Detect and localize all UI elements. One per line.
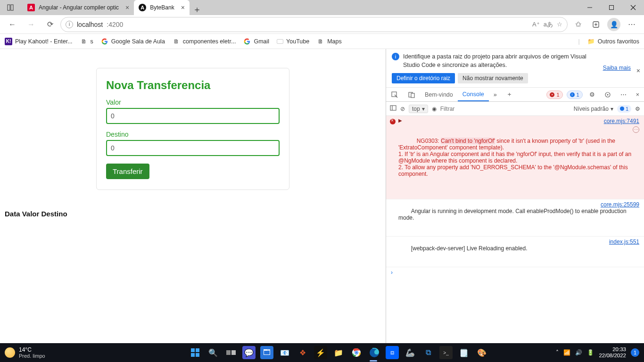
bookmark-componentes[interactable]: 🗎componentes eletr... [173,38,236,45]
error-source-link[interactable]: core.mjs:7491 [604,118,639,124]
caret-right-icon[interactable]: ▶ [398,118,402,123]
valor-input[interactable] [106,108,280,124]
site-info-icon[interactable]: i [66,21,73,28]
read-aloud-icon[interactable]: A⁺ [532,21,540,28]
taskbar: 14°C Pred. limpo 🔍 💬 🗔 📧 ❖ ⚡ 📁 ⧈ 🦾 ⧉ >_ … [0,343,644,362]
back-button[interactable]: ← [4,17,21,32]
tab-angular-docs[interactable]: A Angular - Angular compiler optic × [23,0,134,15]
inspect-element-button[interactable] [386,88,403,101]
bookmark-kahoot[interactable]: K!Play Kahoot! - Enter... [5,38,73,45]
console-filter-bar: ⊘ top ▾ ◉ Níveis padrão ▾ 1 ⚙ [386,102,644,116]
taskbar-app-icon[interactable]: 📧 [278,346,291,359]
destino-input[interactable] [106,140,280,156]
console-log-message[interactable]: [webpack-dev-server] Live Reloading enab… [386,237,644,267]
forward-button[interactable]: → [23,17,40,32]
bookmark-label: YouTube [286,38,309,45]
more-tabs-button[interactable]: » [489,88,502,101]
error-count-pill[interactable]: ×1 [546,90,562,99]
taskbar-app-icon[interactable]: 💬 [242,346,256,359]
dont-show-button[interactable]: Não mostrar novamente [458,73,528,83]
new-tab-button[interactable]: ＋ [502,88,517,101]
taskbar-vscode-icon[interactable]: ⧉ [421,346,435,359]
taskbar-app-icon[interactable]: ⧈ [386,346,399,359]
live-expression-button[interactable]: ◉ [432,106,437,112]
other-bookmarks-button[interactable]: 📁Outros favoritos [587,38,639,45]
bookmark-youtube[interactable]: YouTube [277,38,309,45]
taskbar-app-icon[interactable]: ⚡ [314,346,327,359]
google-icon [101,38,108,45]
transfer-button[interactable]: Transferir [106,164,149,179]
search-button[interactable]: 🔍 [206,346,220,359]
feedback-icon[interactable]: ⋯ [633,126,639,133]
minimize-button[interactable] [579,0,601,15]
device-toolbar-button[interactable] [403,88,420,101]
close-icon[interactable]: × [125,4,129,11]
close-icon[interactable]: × [181,4,185,11]
taskbar-pinned-apps: 🔍 💬 🗔 📧 ❖ ⚡ 📁 ⧈ 🦾 ⧉ >_ 🗒️ 🎨 [141,346,536,359]
issues-pill[interactable]: 1 [617,105,631,113]
battery-icon[interactable]: 🔋 [587,349,594,356]
start-button[interactable] [189,346,202,359]
bookmark-maps[interactable]: 🗎Maps [317,38,342,45]
log-levels-selector[interactable]: Níveis padrão ▾ [574,106,613,112]
volume-icon[interactable]: 🔊 [575,349,582,356]
console-log-message[interactable]: Angular is running in development mode. … [386,199,644,237]
devtools-close-button[interactable]: × [631,88,644,101]
bookmark-label: Google Sala de Aula [111,38,165,45]
close-window-button[interactable] [622,0,644,15]
console-filter-input[interactable] [440,106,570,112]
devtools-menu-button[interactable]: ⋯ [616,88,631,101]
profile-button[interactable]: 👤 [605,17,622,32]
tab-title: Angular - Angular compiler optic [39,4,119,11]
log-source-link[interactable]: core.mjs:25599 [601,201,639,208]
taskbar-app-icon[interactable]: ❖ [296,346,309,359]
tab-console[interactable]: Console [458,88,489,101]
page-icon: 🗎 [317,38,324,45]
bookmark-classroom[interactable]: Google Sala de Aula [101,38,165,45]
valor-label: Valor [106,99,280,106]
kahoot-icon: K! [5,38,12,45]
clock-date: 22/08/2022 [599,353,626,359]
tab-actions-button[interactable] [0,0,21,15]
set-root-button[interactable]: Definir o diretório raiz [392,73,455,83]
tray-overflow-button[interactable]: ˄ [556,349,559,356]
taskbar-weather-widget[interactable]: 14°C Pred. limpo [0,346,141,359]
devtools-customize-button[interactable] [600,88,616,101]
favorite-icon[interactable]: ☆ [557,21,562,28]
wifi-icon[interactable]: 📶 [563,349,570,356]
close-icon[interactable]: × [636,67,640,74]
console-settings-button[interactable]: ⚙ [635,106,640,112]
tab-bytebank[interactable]: A ByteBank × [134,0,190,15]
console-sidebar-toggle[interactable] [390,105,396,113]
taskbar-clock[interactable]: 20:33 22/08/2022 [599,346,626,358]
bookmark-gmail[interactable]: Gmail [243,38,269,45]
console-prompt[interactable]: › [386,267,644,278]
clear-console-button[interactable]: ⊘ [400,106,405,112]
tab-welcome[interactable]: Bem-vindo [420,88,458,101]
refresh-button[interactable]: ⟳ [41,17,58,32]
taskbar-app-icon[interactable]: 🎨 [475,346,488,359]
taskbar-terminal-icon[interactable]: >_ [439,346,453,359]
maximize-button[interactable] [601,0,622,15]
info-count-pill[interactable]: i1 [567,90,583,99]
taskbar-edge-icon[interactable] [368,346,381,359]
taskbar-app-icon[interactable]: 🗒️ [457,346,471,359]
favorites-button[interactable]: ✩ [570,17,586,32]
execution-context-selector[interactable]: top ▾ [409,105,428,113]
browser-menu-button[interactable]: ⋯ [623,17,640,32]
devtools-settings-button[interactable]: ⚙ [585,88,600,101]
collections-button[interactable] [587,17,604,32]
bookmark-s[interactable]: 🗎s [80,38,93,45]
taskbar-app-icon[interactable]: 🗔 [260,346,273,359]
taskbar-app-icon[interactable]: 🦾 [404,346,417,359]
taskbar-chrome-icon[interactable] [350,346,363,359]
log-source-link[interactable]: index.js:551 [609,239,639,245]
notification-badge[interactable]: 1 [631,348,639,357]
console-error-message[interactable]: × ▶ NG0303: Can't bind to 'ngforOf' sinc… [386,116,644,199]
file-explorer-button[interactable]: 📁 [332,346,345,359]
address-input[interactable]: i localhost:4200 A⁺ aあ ☆ [60,17,568,32]
new-tab-button[interactable]: ＋ [190,4,205,15]
task-view-button[interactable] [224,346,238,359]
translate-icon[interactable]: aあ [544,20,553,29]
banner-learn-more-link[interactable]: Saiba mais [603,65,631,71]
